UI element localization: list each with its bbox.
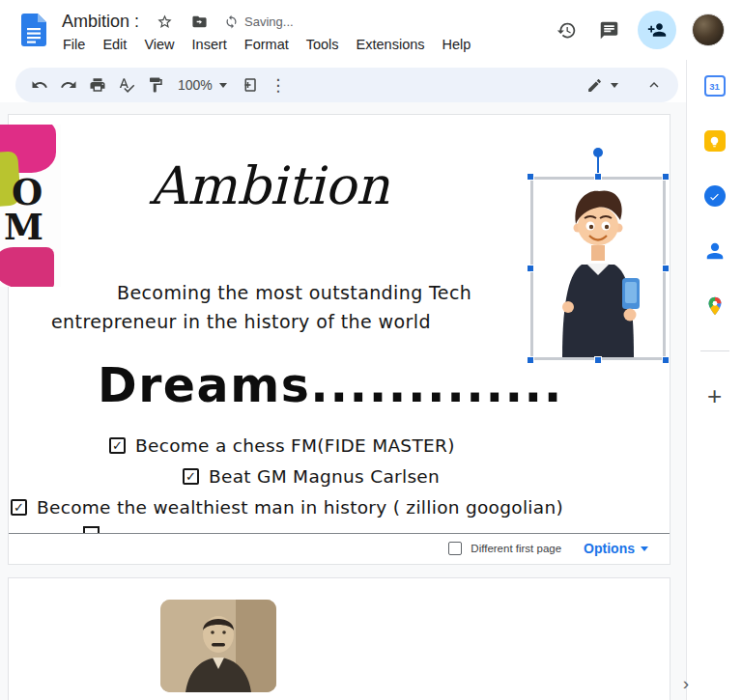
account-avatar[interactable] — [692, 14, 725, 46]
menu-extensions[interactable]: Extensions — [348, 34, 434, 55]
menu-file[interactable]: File — [54, 34, 94, 55]
doc-page-1[interactable]: O M Ambition Becoming the most outstandi… — [8, 114, 671, 565]
chevron-up-icon — [645, 76, 663, 94]
rail-divider — [700, 350, 729, 351]
tesla-portrait-image[interactable] — [160, 600, 276, 692]
add-addon-button[interactable]: + — [704, 385, 726, 406]
different-first-page-label: Different first page — [471, 543, 561, 554]
zoom-value: 100% — [178, 77, 213, 93]
google-docs-icon[interactable] — [21, 14, 46, 46]
resize-handle-s[interactable] — [594, 356, 602, 364]
resize-handle-nw[interactable] — [527, 173, 534, 181]
zoom-selector[interactable]: 100% — [170, 70, 235, 99]
rotation-handle[interactable] — [593, 148, 603, 157]
checklist-item-label: Become a chess FM(FIDE MASTER) — [135, 435, 455, 456]
doc-heading-dreams: Dreams............. — [98, 358, 563, 413]
chevron-down-icon — [611, 83, 618, 88]
footer-options-bar: Different first page Options — [448, 541, 648, 556]
side-panel-toggle-button[interactable]: › — [675, 673, 697, 694]
google-docs-app: Ambition : Saving... File Edit View Inse… — [0, 0, 742, 700]
pencil-icon — [586, 77, 603, 94]
comments-button[interactable] — [595, 16, 622, 43]
doc-paragraph-line1: Becoming the most outstanding Tech — [117, 282, 471, 303]
print-icon — [89, 76, 106, 94]
collage-letter-m: M — [4, 210, 43, 245]
paint-format-button[interactable] — [141, 70, 170, 99]
tasks-icon[interactable] — [704, 185, 726, 207]
menu-help[interactable]: Help — [434, 34, 480, 55]
cartoon-man-image — [533, 180, 663, 357]
move-to-folder-icon[interactable] — [189, 12, 209, 31]
menu-bar: File Edit View Insert Format Tools Exten… — [54, 34, 479, 55]
menu-tools[interactable]: Tools — [298, 34, 348, 55]
collage-image[interactable]: O M — [0, 125, 61, 287]
resize-handle-sw[interactable] — [527, 356, 534, 364]
checkbox-checked-icon[interactable]: ✓ — [109, 437, 126, 454]
collapse-toolbar-button[interactable] — [640, 70, 669, 99]
vertical-dots-icon: ⋮ — [270, 75, 286, 96]
menu-edit[interactable]: Edit — [94, 34, 135, 55]
document-status[interactable]: Saving... — [224, 14, 294, 29]
contacts-icon[interactable] — [704, 240, 726, 262]
print-button[interactable] — [83, 70, 112, 99]
document-canvas: O M Ambition Becoming the most outstandi… — [0, 102, 686, 700]
spellcheck-icon — [118, 76, 135, 94]
resize-handle-n[interactable] — [594, 173, 602, 181]
person-add-icon — [647, 20, 667, 40]
keep-icon[interactable] — [704, 130, 726, 152]
undo-button[interactable] — [25, 70, 54, 99]
plus-box-icon — [241, 76, 258, 94]
resize-handle-e[interactable] — [662, 265, 670, 272]
doc-page-2[interactable] — [8, 577, 671, 700]
paint-roller-icon — [147, 76, 164, 94]
checkbox-checked-icon[interactable]: ✓ — [11, 499, 27, 516]
chevron-down-icon — [219, 83, 227, 88]
checklist-item-label: Beat GM Magnus Carlsen — [209, 466, 440, 487]
title-row: Ambition : Saving... — [62, 10, 294, 33]
doc-paragraph-line2: entrepreneur in the history of the world — [51, 311, 431, 332]
resize-handle-w[interactable] — [527, 265, 534, 272]
calendar-day-label: 31 — [709, 81, 720, 92]
checklist-item-label: Become the wealthiest man in history ( z… — [37, 497, 563, 518]
checkbox-checked-icon[interactable]: ✓ — [183, 468, 199, 485]
resize-handle-ne[interactable] — [662, 173, 670, 181]
checklist-item-3: ✓ Become the wealthiest man in history (… — [11, 497, 563, 518]
doc-heading-ambition: Ambition — [105, 155, 434, 216]
maps-icon[interactable] — [704, 295, 726, 317]
insert-frame-button[interactable] — [235, 70, 264, 99]
redo-icon — [60, 76, 77, 94]
resize-handle-se[interactable] — [662, 356, 670, 364]
redo-button[interactable] — [54, 70, 83, 99]
header-actions — [553, 11, 725, 49]
editing-mode-button[interactable] — [579, 70, 626, 99]
checklist-item-partial — [83, 526, 100, 533]
menu-insert[interactable]: Insert — [184, 34, 236, 55]
comment-icon — [599, 20, 619, 41]
toolbar: 100% ⋮ — [15, 68, 678, 102]
menu-format[interactable]: Format — [236, 34, 298, 55]
menu-view[interactable]: View — [135, 34, 183, 55]
collage-pink-shape-bottom — [0, 247, 54, 287]
footer-options-button[interactable]: Options — [584, 541, 648, 556]
options-label: Options — [584, 541, 635, 556]
side-panel-rail: 31 + — [686, 60, 742, 700]
version-history-button[interactable] — [553, 16, 580, 43]
undo-icon — [31, 76, 48, 94]
checklist-item-2: ✓ Beat GM Magnus Carlsen — [183, 466, 440, 487]
spell-check-button[interactable] — [112, 70, 141, 99]
chevron-down-icon — [641, 546, 648, 551]
saving-label: Saving... — [244, 14, 294, 29]
document-title[interactable]: Ambition : — [62, 12, 139, 32]
checklist-item-1: ✓ Become a chess FM(FIDE MASTER) — [109, 435, 455, 456]
share-button[interactable] — [638, 11, 676, 49]
header: Ambition : Saving... File Edit View Inse… — [0, 0, 742, 60]
calendar-icon[interactable]: 31 — [704, 75, 726, 97]
tesla-portrait-graphic — [160, 600, 276, 692]
different-first-page-checkbox[interactable] — [448, 542, 462, 555]
star-icon[interactable] — [155, 12, 174, 31]
footer-boundary-line — [9, 533, 670, 534]
sync-icon — [224, 14, 239, 29]
selected-image[interactable] — [530, 177, 666, 360]
history-icon — [556, 20, 577, 41]
more-options-button[interactable]: ⋮ — [264, 70, 293, 99]
